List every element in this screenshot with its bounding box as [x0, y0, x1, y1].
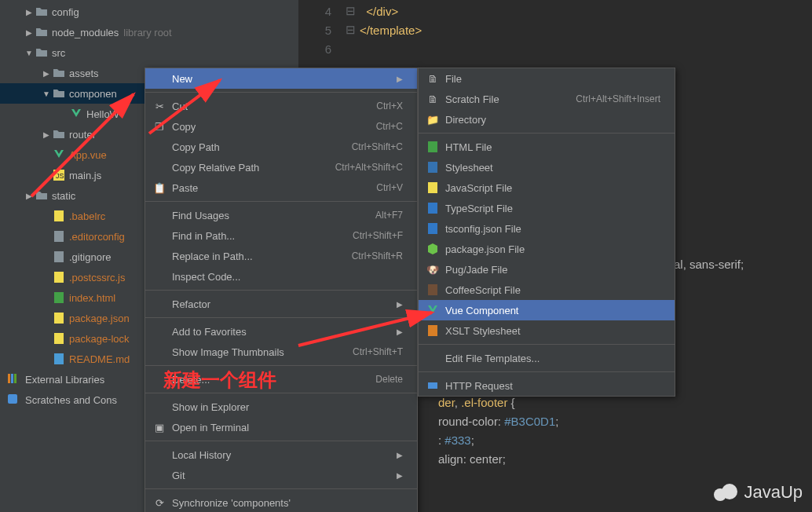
svg-rect-6 — [54, 292, 64, 303]
svg-rect-21 — [428, 382, 437, 389]
js-icon — [52, 271, 66, 283]
folder-icon: 📁 — [425, 114, 441, 126]
library-icon — [6, 372, 20, 387]
vue-icon — [425, 304, 441, 316]
svg-rect-9 — [54, 353, 64, 364]
json-icon — [52, 312, 66, 324]
menu-show-explorer[interactable]: Show in Explorer — [145, 397, 417, 417]
menu-replace-in-path[interactable]: Replace in Path...Ctrl+Shift+R — [145, 246, 417, 266]
tree-node-config[interactable]: ▶config — [0, 2, 298, 22]
sync-icon: ⟳ — [152, 497, 167, 509]
pug-icon: 🐶 — [425, 264, 441, 276]
folder-icon — [52, 128, 66, 141]
menu-add-favorites[interactable]: Add to Favorites▶ — [145, 321, 417, 342]
scratches-icon — [6, 393, 20, 408]
menu-new-js[interactable]: JavaScript File — [419, 177, 675, 198]
fold-icon: ⊟ — [346, 23, 360, 37]
vue-icon — [52, 148, 66, 161]
svg-rect-14 — [428, 141, 437, 152]
svg-rect-15 — [428, 162, 437, 173]
svg-rect-17 — [428, 203, 437, 214]
svg-text:JS: JS — [56, 172, 64, 180]
svg-rect-4 — [54, 251, 64, 262]
menu-new-html[interactable]: HTML File — [419, 137, 675, 157]
coffee-icon — [425, 283, 441, 296]
svg-rect-2 — [54, 210, 64, 221]
svg-rect-7 — [54, 313, 64, 324]
api-icon — [425, 379, 441, 392]
svg-rect-5 — [54, 272, 64, 283]
tree-node-node-modules[interactable]: ▶node_moduleslibrary root — [0, 22, 298, 42]
svg-rect-20 — [428, 325, 437, 336]
html-icon — [52, 291, 66, 304]
menu-new-coffee[interactable]: CoffeeScript File — [419, 280, 675, 300]
file-icon — [52, 230, 66, 243]
menu-new[interactable]: New▶ — [145, 68, 417, 89]
folder-icon — [52, 87, 66, 100]
menu-new-file[interactable]: 🗎File — [419, 68, 675, 89]
menu-new-packagejson[interactable]: package.json File — [419, 239, 675, 259]
menu-open-terminal[interactable]: ▣Open in Terminal — [145, 417, 417, 437]
cut-icon: ✂ — [152, 101, 167, 112]
scratch-icon: 🗎 — [425, 93, 441, 105]
xslt-icon — [425, 324, 441, 337]
svg-rect-13 — [8, 394, 17, 404]
menu-cut[interactable]: ✂CutCtrl+X — [145, 96, 417, 116]
html-icon — [425, 141, 441, 153]
json-icon — [52, 332, 66, 345]
folder-icon — [35, 5, 49, 18]
menu-new-xslt[interactable]: XSLT Stylesheet — [419, 320, 675, 341]
ts-icon — [425, 202, 441, 214]
svg-rect-18 — [428, 223, 437, 234]
css-icon — [425, 161, 441, 174]
annotation-text: 新建一个组件 — [163, 368, 276, 393]
menu-paste[interactable]: 📋PasteCtrl+V — [145, 177, 417, 198]
menu-find-in-path[interactable]: Find in Path...Ctrl+Shift+F — [145, 225, 417, 246]
menu-http-request[interactable]: HTTP Request — [419, 375, 675, 396]
vue-icon — [69, 108, 83, 120]
svg-rect-19 — [428, 284, 437, 295]
folder-icon — [35, 26, 49, 38]
ts-icon — [425, 222, 441, 235]
menu-local-history[interactable]: Local History▶ — [145, 444, 417, 465]
svg-rect-11 — [11, 374, 13, 383]
menu-show-thumbnails[interactable]: Show Image ThumbnailsCtrl+Shift+T — [145, 342, 417, 362]
js-icon — [425, 181, 441, 194]
js-icon: JS — [52, 169, 66, 181]
copy-icon: ❐ — [152, 121, 167, 133]
context-menu: New▶ ✂CutCtrl+X ❐CopyCtrl+C Copy PathCtr… — [144, 68, 418, 512]
menu-edit-templates[interactable]: Edit File Templates... — [419, 348, 675, 368]
menu-find-usages[interactable]: Find UsagesAlt+F7 — [145, 205, 417, 225]
svg-rect-3 — [54, 231, 64, 242]
menu-new-tsconfig[interactable]: tsconfig.json File — [419, 218, 675, 239]
wechat-icon — [714, 481, 737, 504]
svg-rect-12 — [14, 374, 16, 383]
menu-copy-path[interactable]: Copy PathCtrl+Shift+C — [145, 137, 417, 157]
menu-git[interactable]: Git▶ — [145, 465, 417, 485]
menu-new-ts[interactable]: TypeScript File — [419, 198, 675, 218]
paste-icon: 📋 — [152, 182, 167, 194]
svg-rect-16 — [428, 182, 437, 193]
svg-rect-10 — [8, 374, 10, 383]
menu-synchronize[interactable]: ⟳Synchronize 'components' — [145, 492, 417, 512]
terminal-icon: ▣ — [152, 422, 167, 433]
svg-rect-8 — [54, 333, 64, 344]
watermark: JavaUp — [714, 481, 803, 504]
npm-icon — [425, 243, 441, 255]
folder-icon — [35, 189, 49, 202]
new-submenu: 🗎File 🗎Scratch FileCtrl+Alt+Shift+Insert… — [418, 68, 675, 397]
tree-node-src[interactable]: ▼src — [0, 42, 298, 63]
menu-copy-relative-path[interactable]: Copy Relative PathCtrl+Alt+Shift+C — [145, 157, 417, 177]
menu-new-directory[interactable]: 📁Directory — [419, 109, 675, 130]
md-icon — [52, 353, 66, 365]
menu-copy[interactable]: ❐CopyCtrl+C — [145, 116, 417, 137]
file-icon — [52, 210, 66, 222]
menu-inspect-code[interactable]: Inspect Code... — [145, 266, 417, 287]
menu-new-pug[interactable]: 🐶Pug/Jade File — [419, 259, 675, 280]
folder-icon — [35, 46, 49, 59]
menu-new-scratch[interactable]: 🗎Scratch FileCtrl+Alt+Shift+Insert — [419, 89, 675, 109]
fold-icon: ⊟ — [346, 4, 360, 18]
menu-refactor[interactable]: Refactor▶ — [145, 294, 417, 314]
menu-new-stylesheet[interactable]: Stylesheet — [419, 157, 675, 177]
menu-new-vue[interactable]: Vue Component — [419, 300, 675, 320]
